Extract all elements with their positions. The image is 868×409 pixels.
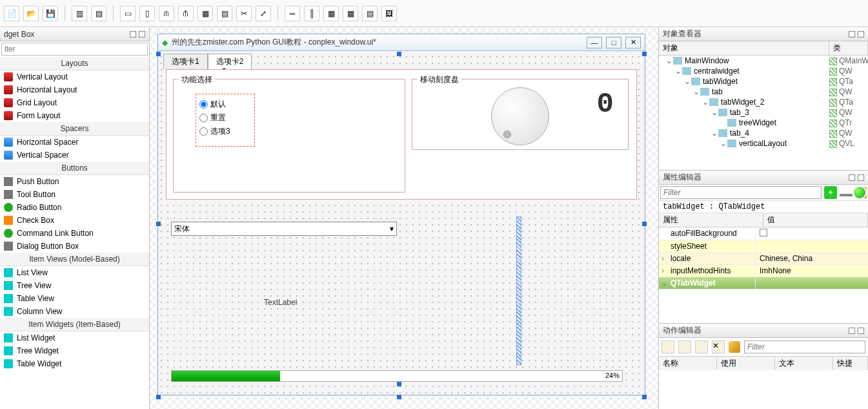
property-row[interactable]: autoFillBackground: [659, 227, 868, 240]
ae-close-icon[interactable]: [858, 328, 864, 334]
tree-row[interactable]: ⌄MainWindowQMainW: [659, 56, 868, 66]
oi-close-icon[interactable]: [858, 31, 864, 37]
tab-2[interactable]: 选项卡2: [208, 54, 252, 69]
tb-adjust-size-icon[interactable]: ⤢: [256, 6, 271, 21]
tb-break-layout-icon[interactable]: ✂: [236, 6, 252, 21]
tree-row[interactable]: ⌄tabQW: [659, 87, 868, 97]
remove-property-button[interactable]: [840, 194, 853, 196]
widget-item[interactable]: Dialog Button Box: [0, 240, 149, 253]
action-new-icon[interactable]: [661, 341, 674, 353]
act-col-used[interactable]: 使用: [717, 357, 775, 370]
prop-value[interactable]: [756, 240, 868, 252]
tb-layout-vs-icon[interactable]: ⫛: [178, 6, 194, 21]
dock-close-icon[interactable]: [139, 31, 145, 37]
expand-icon[interactable]: ⌄: [661, 278, 668, 288]
tb-send-back-icon[interactable]: ▥: [72, 6, 87, 21]
oi-float-icon[interactable]: [849, 31, 855, 37]
tb-grid3-icon[interactable]: ▦: [343, 6, 358, 21]
act-col-text[interactable]: 文本: [775, 357, 833, 370]
tree-row[interactable]: ⌄tabWidgetQTa: [659, 76, 868, 87]
dock-float-icon[interactable]: [130, 31, 136, 37]
tree-twisty-icon[interactable]: ⌄: [665, 56, 673, 65]
pe-float-icon[interactable]: [849, 174, 855, 181]
property-row[interactable]: ›inputMethodHintsImhNone: [659, 265, 868, 277]
widget-filter-input[interactable]: [1, 43, 148, 56]
widget-item[interactable]: Check Box: [0, 214, 149, 227]
prop-value[interactable]: Chinese, China: [756, 253, 868, 264]
tb-vlayout2-icon[interactable]: ║: [304, 6, 319, 21]
widget-item[interactable]: Tree Widget: [0, 344, 149, 357]
tb-hlayout2-icon[interactable]: ═: [285, 6, 300, 21]
subwindow-titlebar[interactable]: ◆ 州的先生zmister.com Python GUI教程 - conplex…: [158, 34, 645, 51]
expand-icon[interactable]: ›: [661, 266, 664, 275]
tb-layout-hs-icon[interactable]: ⫙: [159, 6, 174, 21]
widget-item[interactable]: Column View: [0, 305, 149, 318]
widget-item[interactable]: Grid Layout: [0, 96, 149, 109]
action-delete-icon[interactable]: ✕: [712, 341, 725, 353]
act-col-shortcut[interactable]: 快捷: [833, 357, 868, 370]
widget-item[interactable]: Radio Button: [0, 201, 149, 214]
tb-form2-icon[interactable]: ▤: [362, 6, 378, 21]
expand-icon[interactable]: ›: [661, 254, 664, 263]
checkbox[interactable]: [760, 229, 767, 236]
group-header[interactable]: Buttons: [0, 162, 149, 175]
tb-bring-front-icon[interactable]: ▤: [91, 6, 106, 21]
tb-layout-v-icon[interactable]: ▯: [139, 6, 155, 21]
tb-grid2-icon[interactable]: ▦: [323, 6, 339, 21]
tree-twisty-icon[interactable]: ⌄: [711, 129, 718, 138]
tree-twisty-icon[interactable]: ⌄: [701, 98, 709, 107]
design-surface[interactable]: 选项卡1 选项卡2 ↖ 功能选择 默认重置选项3 移动刻度盘: [158, 54, 645, 397]
font-combobox[interactable]: 宋体 ▾: [171, 222, 397, 236]
group-header[interactable]: Item Views (Model-Based): [0, 253, 149, 266]
widget-item[interactable]: List Widget: [0, 331, 149, 344]
add-dynamic-property-button[interactable]: +: [824, 186, 837, 199]
groupbox-dial[interactable]: 移动刻度盘 0: [412, 79, 629, 150]
tree-twisty-icon[interactable]: ⌄: [711, 108, 718, 117]
tb-layout-form-icon[interactable]: ▤: [217, 6, 232, 21]
widget-item[interactable]: Push Button: [0, 175, 149, 188]
minimize-button[interactable]: —: [587, 37, 602, 48]
tree-twisty-icon[interactable]: ⌄: [674, 67, 682, 76]
widget-item[interactable]: Command Link Button: [0, 227, 149, 240]
tree-row[interactable]: ⌄tab_3QW: [659, 107, 868, 118]
widget-item[interactable]: Tool Button: [0, 188, 149, 201]
prop-value[interactable]: ImhNone: [756, 265, 868, 277]
vertical-spacer[interactable]: [516, 216, 521, 365]
tab-content-area[interactable]: 功能选择 默认重置选项3 移动刻度盘 0: [166, 69, 637, 200]
group-header[interactable]: Spacers: [0, 122, 149, 136]
action-configure-icon[interactable]: [729, 341, 740, 353]
property-row[interactable]: ⌄QTabWidget: [659, 277, 868, 289]
pe-close-icon[interactable]: [858, 174, 864, 181]
maximize-button[interactable]: □: [606, 37, 621, 48]
tb-new-icon[interactable]: 📄: [4, 6, 19, 21]
tree-twisty-icon[interactable]: ⌄: [720, 139, 727, 148]
widget-item[interactable]: Horizontal Spacer: [0, 136, 149, 149]
prop-col-name[interactable]: 属性: [659, 213, 763, 227]
widget-item[interactable]: Horizontal Layout: [0, 83, 149, 96]
property-grid[interactable]: autoFillBackgroundstyleSheet›localeChine…: [659, 227, 868, 323]
groupbox-function-select[interactable]: 功能选择 默认重置选项3: [173, 79, 405, 193]
widget-item[interactable]: Vertical Layout: [0, 70, 149, 83]
action-copy-icon[interactable]: [678, 341, 691, 353]
act-col-name[interactable]: 名称: [659, 357, 717, 370]
tree-col-class[interactable]: 类: [829, 41, 868, 55]
property-row[interactable]: styleSheet: [659, 240, 868, 253]
property-row[interactable]: ›localeChinese, China: [659, 253, 868, 265]
prop-col-value[interactable]: 值: [763, 213, 868, 227]
close-button[interactable]: ✕: [625, 37, 641, 48]
tree-row[interactable]: ⌄centralwidgetQW: [659, 66, 868, 76]
tree-col-object[interactable]: 对象: [659, 41, 829, 55]
widget-list[interactable]: LayoutsVertical LayoutHorizontal LayoutG…: [0, 57, 149, 409]
tree-twisty-icon[interactable]: ⌄: [692, 87, 700, 96]
tb-open-icon[interactable]: 📂: [23, 6, 39, 21]
tb-layout-h-icon[interactable]: ▭: [120, 6, 136, 21]
tb-save-icon[interactable]: 💾: [43, 6, 58, 21]
progress-bar[interactable]: 24%: [171, 370, 623, 382]
action-paste-icon[interactable]: [695, 341, 708, 353]
action-filter-input[interactable]: [744, 341, 865, 353]
group-header[interactable]: Layouts: [0, 57, 149, 70]
group-header[interactable]: Item Widgets (Item-Based): [0, 318, 149, 331]
widget-item[interactable]: Tree View: [0, 279, 149, 292]
widget-item[interactable]: Table View: [0, 292, 149, 305]
widget-item[interactable]: Table Widget: [0, 357, 149, 370]
